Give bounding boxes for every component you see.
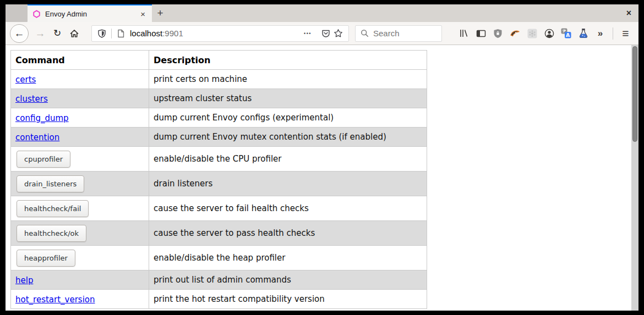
home-icon [69,29,79,38]
command-cell: config_dump [11,108,149,128]
command-cell: healthcheck/fail [11,196,149,221]
search-icon [361,29,369,37]
translate-letter: A [566,32,570,38]
browser-window: Envoy Admin × + × ← → ↻ [6,4,638,311]
command-cell: help [11,270,149,290]
back-arrow-icon: ← [14,27,25,40]
command-button[interactable]: healthcheck/fail [17,200,89,217]
command-description: enable/disable the CPU profiler [149,147,427,172]
titlebar-spacer [6,4,28,22]
search-bar[interactable]: Search [355,25,442,42]
command-link[interactable]: clusters [15,94,48,104]
column-header-command: Command [11,51,149,70]
table-row: healthcheck/okcause the server to pass h… [11,221,427,246]
envoy-favicon-icon [32,10,41,18]
page-content: Command Description certsprint certs on … [6,45,638,311]
toolbar-separator [613,27,613,40]
tab-title: Envoy Admin [45,10,134,18]
table-row: healthcheck/failcause the server to fail… [11,196,427,221]
reload-button[interactable]: ↻ [52,27,63,39]
tracking-protection-shield-icon[interactable] [97,29,106,38]
hamburger-menu-icon[interactable]: ≡ [617,25,634,42]
sidebar-toggle-icon[interactable] [472,25,489,42]
table-header-row: Command Description [11,51,427,70]
command-button[interactable]: cpuprofiler [17,151,70,168]
command-cell: contention [11,128,149,147]
flask-experiments-icon[interactable] [575,25,592,42]
table-row: helpprint out list of admin commands [11,270,427,290]
pocket-save-icon[interactable] [321,29,330,38]
command-description: print certs on machine [149,70,427,89]
new-tab-button[interactable]: + [152,4,168,22]
command-cell: cpuprofiler [11,147,149,172]
command-description: dump current Envoy configs (experimental… [149,108,427,128]
account-icon[interactable] [541,25,558,42]
command-description: cause the server to fail health checks [149,196,427,221]
urlbar-divider [111,29,112,38]
command-cell: healthcheck/ok [11,221,149,246]
command-description: upstream cluster status [149,89,427,108]
translate-extension-icon[interactable]: A [558,25,575,42]
command-cell: heapprofiler [11,246,149,270]
url-host: localhost [130,29,162,38]
screenshot-background: Envoy Admin × + × ← → ↻ [0,0,644,315]
scrollbar-thumb[interactable] [632,46,637,142]
admin-commands-table: Command Description certsprint certs on … [10,50,427,309]
toolbar-icon-row: A » ≡ [455,25,634,42]
home-button[interactable] [69,29,80,38]
reload-icon: ↻ [53,27,61,39]
tab-bar: Envoy Admin × + × [6,4,638,22]
search-placeholder: Search [373,29,400,38]
bookmark-star-icon[interactable] [334,29,343,38]
command-button[interactable]: heapprofiler [17,250,75,267]
url-bar[interactable]: localhost:9901 ••• [91,25,349,42]
command-link[interactable]: certs [15,75,36,85]
command-description: print out list of admin commands [149,270,427,290]
command-button[interactable]: drain_listeners [17,175,84,192]
table-row: heapprofilerenable/disable the heap prof… [11,246,427,270]
scrollbar[interactable] [631,45,638,311]
table-row: certsprint certs on machine [11,70,427,89]
forward-arrow-icon: → [35,27,46,40]
library-icon[interactable] [455,25,472,42]
tab-envoy-admin[interactable]: Envoy Admin × [28,4,152,22]
command-description: enable/disable the heap profiler [149,246,427,270]
navigation-toolbar: ← → ↻ [6,22,638,45]
command-description: cause the server to pass health checks [149,221,427,246]
table-row: cpuprofilerenable/disable the CPU profil… [11,147,427,172]
table-row: hot_restart_versionprint the hot restart… [11,290,427,309]
fox-extension-icon[interactable] [506,25,523,42]
command-description: dump current Envoy mutex contention stat… [149,128,427,147]
window-close-button[interactable]: × [626,8,631,18]
table-row: clustersupstream cluster status [11,89,427,108]
forward-button[interactable]: → [35,27,46,40]
command-link[interactable]: hot_restart_version [15,295,95,305]
column-header-description: Description [149,51,427,70]
table-row: contentiondump current Envoy mutex conte… [11,128,427,147]
command-cell: certs [11,70,149,89]
page-info-icon[interactable] [117,29,125,38]
command-cell: clusters [11,89,149,108]
command-cell: hot_restart_version [11,290,149,309]
table-row: drain_listenersdrain listeners [11,172,427,196]
command-link[interactable]: help [15,275,33,285]
table-body: certsprint certs on machineclustersupstr… [11,70,427,309]
url-text[interactable]: localhost:9901 [130,29,183,38]
command-link[interactable]: config_dump [15,113,69,123]
command-cell: drain_listeners [11,172,149,196]
command-link[interactable]: contention [15,132,59,142]
command-description: drain listeners [149,172,427,196]
disabled-extension-icon[interactable] [523,25,541,42]
tab-close-icon[interactable]: × [139,9,147,19]
table-row: config_dumpdump current Envoy configs (e… [11,108,427,128]
shield-lock-extension-icon[interactable] [489,25,506,42]
url-port: :9901 [162,29,183,38]
overflow-chevron-icon[interactable]: » [592,25,609,42]
command-description: print the hot restart compatibility vers… [149,290,427,309]
command-button[interactable]: healthcheck/ok [17,225,86,242]
back-button[interactable]: ← [10,24,29,43]
page-actions-more-icon[interactable]: ••• [304,31,312,36]
